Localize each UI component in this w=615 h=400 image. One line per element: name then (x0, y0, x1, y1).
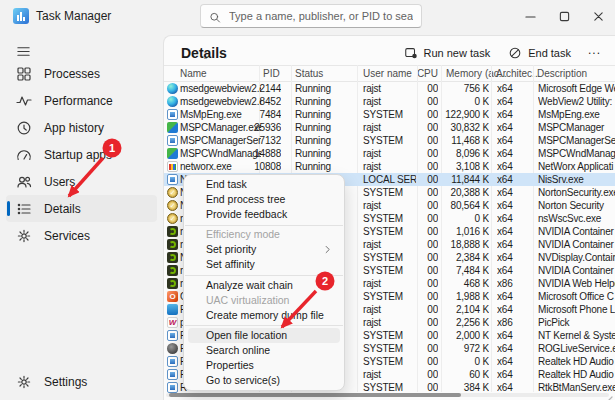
sidebar-item-app-history[interactable]: App history (6, 114, 157, 141)
column-header-user-name[interactable]: User name (363, 68, 412, 79)
process-icon-win (167, 382, 178, 393)
cell-user-name: SYSTEM (363, 212, 416, 225)
menu-item-open-file-location[interactable]: Open file location (188, 328, 340, 343)
cell-description: Microsoft Phone Li (538, 303, 615, 316)
cell-user-name: SYSTEM (363, 134, 416, 147)
cell-cpu: 00 (411, 368, 438, 381)
maximize-button[interactable] (547, 0, 581, 32)
table-row[interactable]: msedgewebview2.exe8452Runningrajst000 Kx… (164, 95, 615, 108)
task-manager-app-icon (13, 8, 29, 24)
table-row[interactable]: MSPCManagerServic...7132RunningSYSTEM001… (164, 134, 615, 147)
cell-architecture: x86 (497, 277, 529, 290)
cell-user-name: rajst (363, 303, 416, 316)
scrollbar-thumb[interactable] (169, 393, 461, 397)
process-icon-win (167, 109, 178, 120)
run-new-task-icon (404, 46, 418, 60)
horizontal-scrollbar[interactable] (166, 393, 609, 397)
menu-item-properties[interactable]: Properties (188, 358, 340, 373)
table-row[interactable]: MsMpEng.exe7484RunningSYSTEM00122,900 Kx… (164, 108, 615, 121)
end-task-icon (508, 46, 522, 60)
menu-item-end-process-tree[interactable]: End process tree (188, 192, 340, 207)
table-row[interactable]: msedgewebview2.exe2144Runningrajst00756 … (164, 82, 615, 95)
process-icon-edge (167, 83, 178, 94)
cell-memory: 11,844 K (443, 173, 489, 186)
cell-user-name: SYSTEM (363, 108, 416, 121)
gear-icon (16, 374, 32, 390)
menu-item-set-affinity[interactable]: Set affinity (188, 257, 340, 272)
process-icon-office: O (167, 291, 178, 302)
menu-item-end-task[interactable]: End task (188, 177, 340, 192)
sidebar-item-users[interactable]: Users (6, 168, 157, 195)
column-header-name[interactable]: Name (180, 68, 207, 79)
cell-user-name: rajst (363, 277, 416, 290)
sidebar-item-startup-apps[interactable]: Startup apps (6, 141, 157, 168)
process-icon-edge (167, 96, 178, 107)
cell-memory: 3,108 K (443, 160, 489, 173)
cell-memory: 0 K (443, 212, 489, 225)
cell-description: MSPCManagerServ (538, 134, 615, 147)
cell-cpu: 00 (411, 212, 438, 225)
sidebar-item-performance[interactable]: Performance (6, 87, 157, 114)
sidebar-item-processes[interactable]: Processes (6, 60, 157, 87)
cell-user-name: SYSTEM (363, 342, 416, 355)
cell-description: ROGLiveService.ex (538, 342, 615, 355)
cell-memory: 1,988 K (443, 290, 489, 303)
menu-item-set-priority[interactable]: Set priority (188, 242, 340, 257)
menu-item-go-to-service-s[interactable]: Go to service(s) (188, 373, 340, 388)
cell-pid: 10808 (233, 160, 281, 173)
cell-architecture: x64 (497, 199, 529, 212)
cell-memory: 756 K (443, 82, 489, 95)
sidebar-item-details[interactable]: Details (6, 195, 157, 222)
process-icon-picpick: W (167, 317, 178, 328)
sidebar-item-settings[interactable]: Settings (6, 368, 157, 395)
minimize-button[interactable] (513, 0, 547, 32)
cell-memory: 20,388 K (443, 186, 489, 199)
process-icon-networx (167, 161, 178, 172)
end-task-button[interactable]: End task (499, 42, 580, 64)
column-header-cpu[interactable]: CPU (411, 68, 438, 79)
table-row[interactable]: MSPCWndManager.c...14888Runningrajst008,… (164, 147, 615, 160)
cell-description: NT Kernel & Syste (538, 329, 615, 342)
cell-memory: 0 K (443, 95, 489, 108)
process-icon-win (167, 369, 178, 380)
table-row[interactable]: networx.exe10808Runningrajst003,108 Kx64… (164, 160, 615, 173)
more-options-button[interactable]: ... (580, 43, 609, 63)
cell-status: Running (295, 82, 350, 95)
cell-memory: 2,104 K (443, 303, 489, 316)
cell-architecture: x86 (497, 316, 529, 329)
close-button[interactable] (581, 0, 615, 32)
menu-item-efficiency-mode: Efficiency mode (188, 227, 340, 242)
cell-memory: 7,484 K (443, 264, 489, 277)
cell-pid: 25936 (233, 121, 281, 134)
navigation-toggle-button[interactable] (12, 40, 34, 62)
column-header-description[interactable]: Description (537, 68, 587, 79)
run-new-task-button[interactable]: Run new task (395, 42, 500, 64)
cell-memory: 18,888 K (443, 238, 489, 251)
cell-user-name: SYSTEM (363, 186, 416, 199)
cell-description: Realtek HD Audio (538, 368, 615, 381)
cell-status: Running (295, 95, 350, 108)
search-input[interactable]: Type a name, publisher, or PID to search (200, 4, 422, 28)
table-row[interactable]: MSPCManager.exe25936Runningrajst0030,832… (164, 121, 615, 134)
cell-cpu: 00 (411, 225, 438, 238)
cell-memory: 2,384 K (443, 251, 489, 264)
cell-pid: 7484 (233, 108, 281, 121)
process-icon-nvidia (167, 265, 178, 276)
menu-item-analyze-wait-chain[interactable]: Analyze wait chain (188, 278, 340, 293)
cell-user-name: SYSTEM (363, 225, 416, 238)
cell-cpu: 00 (411, 355, 438, 368)
menu-item-provide-feedback[interactable]: Provide feedback (188, 207, 340, 222)
cell-memory: 30,832 K (443, 121, 489, 134)
menu-item-search-online[interactable]: Search online (188, 343, 340, 358)
cell-description: Norton Security (538, 199, 615, 212)
menu-item-create-memory-dump-file[interactable]: Create memory dump file (188, 308, 340, 323)
column-header-status[interactable]: Status (295, 68, 323, 79)
process-icon-rog (167, 343, 178, 354)
column-header-pid[interactable]: PID (263, 68, 280, 79)
cell-memory: 2,256 K (443, 316, 489, 329)
details-list-icon (16, 201, 32, 217)
cell-user-name: SYSTEM (363, 329, 416, 342)
cell-cpu: 00 (411, 316, 438, 329)
process-icon-nvidia (167, 252, 178, 263)
sidebar-item-services[interactable]: Services (6, 222, 157, 249)
